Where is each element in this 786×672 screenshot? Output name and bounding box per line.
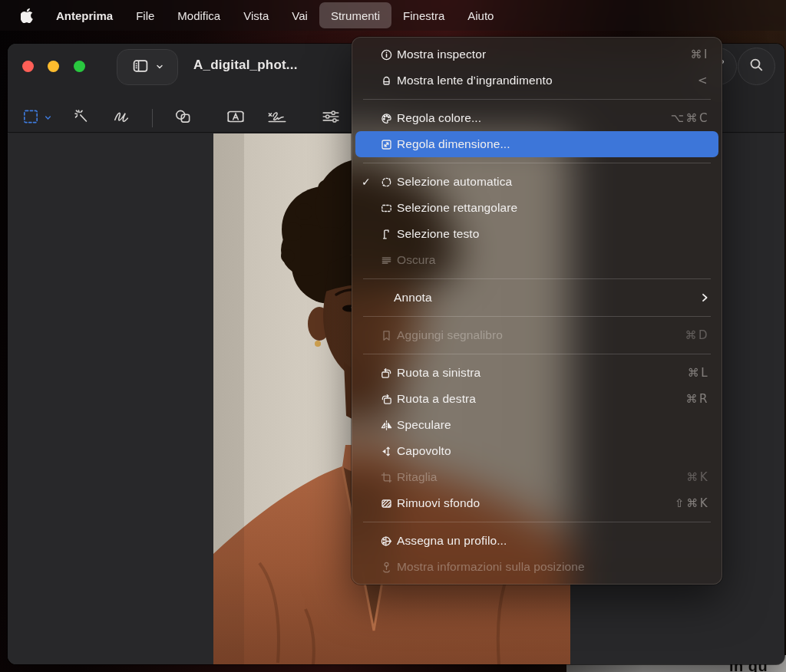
- menu-item-rimuovi-sfondo[interactable]: Rimuovi sfondo⇧⌘K: [355, 490, 718, 516]
- menu-item-mostra-informazioni-sulla-posizione: Mostra informazioni sulla posizione: [355, 554, 718, 580]
- menubar-item-strumenti[interactable]: Strumenti: [319, 2, 391, 28]
- loupe-icon: [375, 74, 397, 87]
- menubar-item-file[interactable]: File: [124, 2, 166, 28]
- menu-item-assegna-un-profilo[interactable]: Assegna un profilo...: [355, 528, 718, 554]
- adjust-tool[interactable]: [321, 108, 341, 128]
- shapes-icon: [173, 108, 193, 128]
- crop-icon: [375, 471, 397, 484]
- menu-item-shortcut: ⌥⌘C: [671, 111, 709, 125]
- menubar-item-label: Aiuto: [467, 9, 494, 22]
- menu-item-shortcut: ⌘R: [686, 392, 709, 406]
- menu-item-shortcut: ⌘L: [688, 366, 709, 380]
- menubar-item-modifica[interactable]: Modifica: [166, 2, 232, 28]
- chevron-down-icon: [292, 111, 300, 125]
- window-title: A_digital_phot...: [193, 58, 298, 73]
- menu-item-shortcut: <: [698, 74, 709, 87]
- menu-item-mostra-inspector[interactable]: Mostra inspector⌘I: [355, 41, 718, 68]
- menu-item-regola-colore[interactable]: Regola colore...⌥⌘C: [355, 105, 718, 131]
- menu-separator: [363, 316, 711, 317]
- bookmark-icon: [375, 329, 397, 342]
- menu-item-selezione-testo[interactable]: Selezione testo: [355, 221, 718, 247]
- text-box-tool[interactable]: [226, 108, 246, 128]
- submenu-chevron-right-icon: [700, 292, 709, 303]
- text-select-icon: [375, 228, 397, 241]
- menu-item-ritaglia: Ritaglia⌘K: [355, 464, 718, 490]
- rotate-left-icon: [375, 367, 397, 380]
- smart-lasso-tool[interactable]: [73, 108, 91, 128]
- menu-item-shortcut: ⌘I: [691, 48, 709, 61]
- pen-icon: [112, 108, 131, 128]
- zoom-button[interactable]: [74, 61, 85, 72]
- menu-item-label: Mostra lente d’ingrandimento: [397, 74, 698, 87]
- menubar-item-vai[interactable]: Vai: [280, 2, 319, 28]
- menu-item-annota[interactable]: Annota: [355, 285, 718, 311]
- menu-separator: [363, 522, 711, 522]
- menu-item-ruota-a-sinistra[interactable]: Ruota a sinistra⌘L: [355, 360, 718, 386]
- sliders-icon: [321, 108, 341, 128]
- close-button[interactable]: [22, 61, 34, 72]
- menubar-item-vista[interactable]: Vista: [232, 2, 280, 28]
- menu-item-label: Mostra inspector: [397, 48, 691, 61]
- wand-icon: [73, 108, 91, 128]
- menubar-item-label: Vista: [243, 9, 269, 22]
- marquee-icon: [21, 108, 40, 128]
- menu-item-mostra-lente-d-ingrandimento[interactable]: Mostra lente d’ingrandimento<: [355, 68, 718, 94]
- menubar: AnteprimaFileModificaVistaVaiStrumentiFi…: [0, 0, 786, 31]
- menu-item-label: Ritaglia: [397, 470, 686, 484]
- apple-icon[interactable]: [15, 8, 38, 23]
- menu-item-ruota-a-destra[interactable]: Ruota a destra⌘R: [355, 386, 718, 412]
- menu-item-regola-dimensione[interactable]: Regola dimensione...: [355, 131, 718, 157]
- menu-item-label: Oscura: [397, 253, 709, 267]
- menu-item-oscura: Oscura: [355, 247, 718, 273]
- menubar-item-label: File: [136, 9, 154, 22]
- menu-item-label: Annota: [394, 291, 700, 305]
- menu-item-label: Selezione rettangolare: [397, 201, 709, 215]
- info-circle-icon: [375, 48, 397, 61]
- shapes-tool[interactable]: [173, 108, 205, 128]
- rotate-right-icon: [375, 393, 397, 406]
- menu-item-speculare[interactable]: Speculare: [355, 412, 718, 438]
- sidebar-icon: [130, 58, 150, 77]
- menubar-item-aiuto[interactable]: Aiuto: [456, 2, 505, 28]
- menubar-items: AnteprimaFileModificaVistaVaiStrumentiFi…: [45, 0, 505, 31]
- menu-item-selezione-rettangolare[interactable]: Selezione rettangolare: [355, 195, 718, 221]
- flip-h-icon: [375, 419, 397, 432]
- resize-icon: [375, 138, 397, 151]
- menu-item-label: Selezione testo: [397, 227, 709, 241]
- menubar-item-finestra[interactable]: Finestra: [391, 2, 456, 28]
- menubar-item-label: Vai: [292, 9, 308, 22]
- sidebar-toggle-button[interactable]: [117, 49, 178, 85]
- profile-icon: [375, 535, 397, 548]
- menu-item-label: Rimuovi sfondo: [397, 496, 675, 510]
- checkmark-icon: ✓: [362, 176, 375, 188]
- sketch-tool[interactable]: [112, 108, 131, 128]
- menubar-item-anteprima[interactable]: Anteprima: [45, 2, 124, 28]
- menu-item-shortcut: ⌘K: [686, 470, 709, 484]
- signature-tool[interactable]: [266, 108, 300, 128]
- chevron-down-icon: [44, 111, 52, 125]
- auto-select-icon: [375, 176, 397, 189]
- menu-item-label: Mostra informazioni sulla posizione: [397, 560, 709, 574]
- toolbar-divider: [152, 109, 153, 127]
- search-button[interactable]: [738, 48, 775, 85]
- redact-icon: [375, 254, 397, 267]
- menu-item-label: Capovolto: [397, 444, 709, 458]
- menu-item-label: Ruota a sinistra: [397, 366, 688, 380]
- selection-marquee-tool[interactable]: [21, 108, 52, 128]
- menu-item-label: Aggiungi segnalibro: [397, 328, 685, 342]
- menu-item-label: Ruota a destra: [397, 392, 686, 406]
- menu-item-shortcut: ⇧⌘K: [675, 496, 709, 510]
- minimize-button[interactable]: [48, 61, 59, 72]
- menu-item-label: Regola colore...: [397, 111, 671, 125]
- menu-item-aggiungi-segnalibro: Aggiungi segnalibro⌘D: [355, 322, 718, 348]
- strumenti-menu-panel: Mostra inspector⌘IMostra lente d’ingrand…: [352, 37, 722, 585]
- rect-select-icon: [375, 202, 397, 215]
- menu-item-selezione-automatica[interactable]: ✓Selezione automatica: [355, 169, 718, 195]
- menu-item-shortcut: ⌘D: [685, 328, 709, 342]
- menubar-item-label: Modifica: [177, 9, 220, 22]
- menu-item-label: Selezione automatica: [397, 175, 709, 189]
- menu-item-label: Regola dimensione...: [397, 137, 709, 151]
- menu-item-capovolto[interactable]: Capovolto: [355, 438, 718, 464]
- menu-separator: [363, 354, 711, 354]
- menu-item-label: Assegna un profilo...: [397, 534, 709, 548]
